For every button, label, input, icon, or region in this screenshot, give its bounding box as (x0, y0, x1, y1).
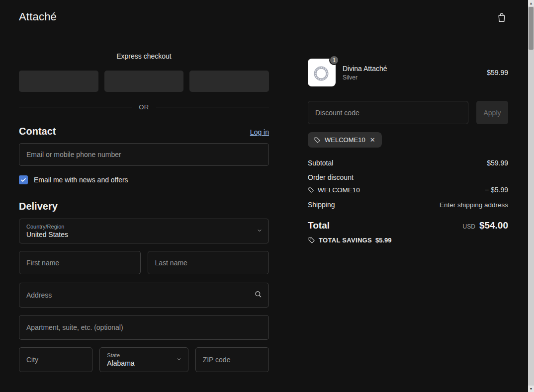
ring-image (311, 62, 333, 83)
address-input[interactable] (19, 283, 269, 308)
express-pay-button-1[interactable] (19, 71, 98, 92)
zip-input[interactable] (195, 347, 269, 372)
quantity-badge: 1 (329, 55, 339, 65)
product-price: $59.99 (487, 69, 508, 77)
zip-wrap (195, 347, 269, 372)
divider-line (156, 107, 269, 107)
discount-chip: WELCOME10 ✕ (308, 132, 382, 148)
discount-code-input[interactable] (308, 101, 468, 124)
subtotal-row: Subtotal $59.99 (308, 159, 508, 167)
cart-item: 1 Divina Attaché Silver $59.99 (308, 59, 508, 86)
city-input[interactable] (19, 347, 92, 372)
search-icon (254, 290, 262, 300)
email-field-wrap (19, 143, 269, 166)
shipping-value: Enter shipping address (440, 201, 508, 209)
total-row: Total USD $54.00 (308, 220, 508, 231)
newsletter-row: Email me with news and offers (19, 175, 269, 184)
login-link[interactable]: Log in (250, 128, 269, 136)
scrollbar-down-arrow[interactable]: ▼ (528, 386, 534, 392)
tag-icon (308, 236, 315, 244)
apartment-input[interactable] (19, 315, 269, 340)
divider-line (19, 107, 132, 107)
city-row: State Alabama (19, 347, 269, 372)
state-select-label: State (107, 352, 180, 359)
email-input[interactable] (19, 143, 269, 166)
city-wrap (19, 347, 92, 372)
newsletter-checkbox[interactable] (19, 175, 28, 184)
product-thumbnail: 1 (308, 59, 336, 86)
total-savings-row: TOTAL SAVINGS $5.99 (308, 236, 508, 244)
tag-icon (314, 137, 321, 144)
applied-discounts: WELCOME10 ✕ (308, 132, 508, 148)
name-row (19, 251, 269, 274)
order-discount-row: Order discount (308, 173, 508, 181)
contact-heading: Contact (19, 126, 56, 137)
newsletter-label: Email me with news and offers (34, 176, 128, 184)
express-checkout-buttons (19, 71, 269, 92)
check-icon (20, 177, 26, 183)
delivery-section-header: Delivery (19, 201, 269, 212)
chevron-down-icon (176, 355, 182, 364)
store-logo: Attaché (19, 10, 57, 23)
express-pay-button-3[interactable] (189, 71, 269, 92)
address-wrap (19, 283, 269, 308)
state-select-value: Alabama (107, 359, 180, 368)
scrollbar[interactable]: ▲ ▼ (528, 0, 534, 392)
subtotal-label: Subtotal (308, 159, 333, 167)
savings-value: $5.99 (375, 236, 392, 244)
subtotal-value: $59.99 (487, 159, 508, 167)
apartment-wrap (19, 315, 269, 340)
discount-amount: − $5.99 (485, 186, 508, 194)
discount-wrap (308, 101, 468, 124)
country-select-value: United States (26, 230, 262, 239)
product-info: Divina Attaché Silver (343, 65, 487, 81)
currency-code: USD (463, 223, 475, 230)
shipping-label: Shipping (308, 201, 335, 209)
or-label: OR (139, 103, 149, 111)
total-label: Total (308, 220, 330, 231)
discount-code-row: Apply (308, 101, 508, 124)
contact-section-header: Contact Log in (19, 126, 269, 137)
or-divider: OR (19, 103, 269, 111)
chevron-down-icon (257, 227, 263, 235)
total-amount: $54.00 (479, 220, 508, 231)
country-select-label: Country/Region (26, 223, 262, 230)
apply-discount-button[interactable]: Apply (476, 101, 508, 124)
express-checkout-title: Express checkout (19, 52, 269, 60)
express-pay-button-2[interactable] (104, 71, 184, 92)
scrollbar-thumb[interactable] (529, 7, 534, 50)
totals-block: Subtotal $59.99 Order discount WELCOME10… (308, 159, 508, 244)
order-summary: 1 Divina Attaché Silver $59.99 Apply WEL… (308, 59, 508, 244)
first-name-wrap (19, 251, 141, 274)
shipping-row: Shipping Enter shipping address (308, 201, 508, 209)
product-name: Divina Attaché (343, 65, 487, 73)
state-select[interactable]: State Alabama (99, 347, 188, 372)
last-name-wrap (148, 251, 269, 274)
order-discount-label: Order discount (308, 173, 354, 181)
last-name-input[interactable] (148, 251, 269, 274)
discount-chip-code: WELCOME10 (325, 136, 365, 144)
country-select[interactable]: Country/Region United States (19, 219, 269, 243)
checkout-form: Express checkout OR Contact Log in Email… (19, 52, 269, 372)
discount-code-label: WELCOME10 (318, 186, 360, 194)
remove-discount-icon[interactable]: ✕ (369, 137, 376, 143)
scrollbar-up-arrow[interactable]: ▲ (528, 0, 534, 6)
discount-code-line: WELCOME10 − $5.99 (308, 186, 508, 194)
delivery-heading: Delivery (19, 201, 58, 212)
product-variant: Silver (343, 74, 487, 81)
cart-bag-icon[interactable] (495, 11, 508, 25)
tag-icon (308, 187, 314, 193)
savings-label: TOTAL SAVINGS (319, 236, 372, 244)
first-name-input[interactable] (19, 251, 141, 274)
